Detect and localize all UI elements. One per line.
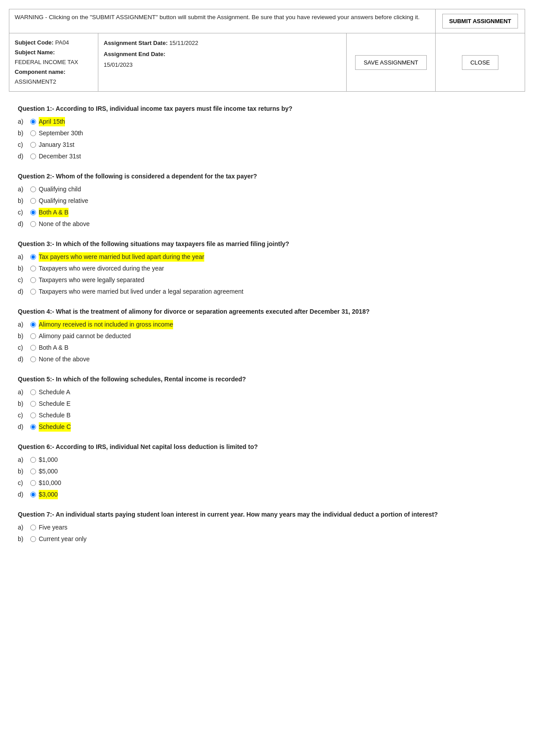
question-text-7: Question 7:- An individual starts paying… [18,510,516,519]
option-row-q3-3: d)Taxpayers who were married but lived u… [18,287,516,296]
option-letter-q3-2: c) [18,275,30,285]
option-radio-q1-2[interactable] [30,142,36,148]
subject-section: Subject Code: PA04 Subject Name: FEDERAL… [9,33,98,91]
option-radio-q5-3[interactable] [30,424,36,430]
question-text-2: Question 2:- Whom of the following is co… [18,172,516,181]
option-row-q3-0: a)Tax payers who were married but lived … [18,252,516,262]
option-radio-q1-1[interactable] [30,130,36,136]
question-label-2: Question 2:- [18,173,54,180]
option-text-q4-2: Both A & B [39,343,69,352]
option-radio-q3-2[interactable] [30,277,36,283]
option-letter-q4-0: a) [18,320,30,329]
option-radio-q1-0[interactable] [30,119,36,125]
option-radio-q2-3[interactable] [30,221,36,227]
option-text-q1-0: April 15th [39,117,65,126]
option-letter-q2-0: a) [18,185,30,194]
option-row-q5-2: c)Schedule B [18,411,516,420]
option-radio-q2-2[interactable] [30,210,36,215]
question-label-1: Question 1:- [18,105,54,112]
option-text-q3-0: Tax payers who were married but lived ap… [39,252,204,262]
option-radio-q3-1[interactable] [30,266,36,271]
option-radio-q4-3[interactable] [30,356,36,362]
option-letter-q4-1: b) [18,332,30,341]
option-text-q5-0: Schedule A [39,388,70,397]
option-row-q4-0: a)Alimony received is not included in gr… [18,320,516,329]
option-text-q7-0: Five years [39,523,68,532]
submit-assignment-button[interactable]: SUBMIT ASSIGNMENT [442,14,518,28]
warning-section: WARNING - Clicking on the "SUBMIT ASSIGN… [9,9,436,33]
option-letter-q1-3: d) [18,152,30,161]
option-text-q3-1: Taxpayers who were divorced during the y… [39,264,164,273]
option-text-q1-2: January 31st [39,140,74,150]
option-row-q1-1: b)September 30th [18,129,516,138]
option-letter-q1-0: a) [18,117,30,126]
option-text-q5-3: Schedule C [39,422,71,432]
question-block-1: Question 1:- According to IRS, individua… [18,104,516,161]
question-block-3: Question 3:- In which of the following s… [18,239,516,296]
close-section: CLOSE [436,33,525,91]
option-letter-q1-2: c) [18,140,30,150]
question-block-6: Question 6:- According to IRS, individua… [18,442,516,499]
question-block-7: Question 7:- An individual starts paying… [18,510,516,544]
subject-name-value: FEDERAL INCOME TAX [15,57,93,67]
option-radio-q7-1[interactable] [30,536,36,542]
option-text-q1-1: September 30th [39,129,83,138]
option-row-q3-1: b)Taxpayers who were divorced during the… [18,264,516,273]
option-row-q7-0: a)Five years [18,523,516,532]
question-text-3: Question 3:- In which of the following s… [18,239,516,249]
subject-code-line: Subject Code: PA04 [15,38,93,48]
save-assignment-button[interactable]: SAVE ASSIGNMENT [355,55,427,70]
option-letter-q2-3: d) [18,219,30,229]
option-text-q6-0: $1,000 [39,455,58,465]
option-radio-q6-2[interactable] [30,480,36,486]
save-section: SAVE ASSIGNMENT [347,33,436,91]
option-text-q6-2: $10,000 [39,478,61,488]
option-text-q5-2: Schedule B [39,411,71,420]
option-letter-q5-2: c) [18,411,30,420]
subject-name-label: Subject Name: [15,49,55,56]
option-radio-q5-2[interactable] [30,412,36,418]
option-row-q1-3: d)December 31st [18,152,516,161]
option-radio-q6-1[interactable] [30,469,36,474]
option-row-q3-2: c)Taxpayers who were legally separated [18,275,516,285]
option-radio-q6-3[interactable] [30,492,36,497]
dates-section: Assignment Start Date: 15/11/2022 Assign… [98,33,347,91]
component-line: Component name: [15,67,93,77]
option-radio-q7-0[interactable] [30,525,36,530]
subject-code-label: Subject Code: [15,39,53,46]
question-text-1: Question 1:- According to IRS, individua… [18,104,516,113]
option-text-q5-1: Schedule E [39,399,71,408]
option-row-q4-1: b)Alimony paid cannot be deducted [18,332,516,341]
question-label-3: Question 3:- [18,240,54,247]
option-row-q5-3: d)Schedule C [18,422,516,432]
option-radio-q2-1[interactable] [30,198,36,204]
option-radio-q5-0[interactable] [30,389,36,395]
option-radio-q1-3[interactable] [30,154,36,159]
option-letter-q5-3: d) [18,422,30,432]
close-button[interactable]: CLOSE [462,55,498,70]
option-letter-q6-3: d) [18,490,30,499]
option-radio-q5-1[interactable] [30,401,36,407]
subject-name-line: Subject Name: [15,48,93,57]
option-letter-q7-1: b) [18,534,30,544]
end-date-line: Assignment End Date: [104,49,341,60]
option-radio-q3-3[interactable] [30,289,36,295]
question-text-6: Question 6:- According to IRS, individua… [18,442,516,452]
option-letter-q5-0: a) [18,388,30,397]
option-text-q7-1: Current year only [39,534,86,544]
option-row-q6-2: c)$10,000 [18,478,516,488]
option-row-q6-0: a)$1,000 [18,455,516,465]
option-radio-q4-1[interactable] [30,333,36,339]
option-letter-q3-3: d) [18,287,30,296]
option-letter-q7-0: a) [18,523,30,532]
option-radio-q4-0[interactable] [30,322,36,327]
info-row: Subject Code: PA04 Subject Name: FEDERAL… [9,33,525,91]
option-radio-q2-0[interactable] [30,186,36,192]
assignment-box: WARNING - Clicking on the "SUBMIT ASSIGN… [9,9,525,92]
option-radio-q3-0[interactable] [30,254,36,260]
option-row-q6-1: b)$5,000 [18,467,516,476]
option-row-q4-3: d)None of the above [18,355,516,364]
option-radio-q6-0[interactable] [30,457,36,463]
option-radio-q4-2[interactable] [30,345,36,351]
start-date-value: 15/11/2022 [169,40,198,46]
